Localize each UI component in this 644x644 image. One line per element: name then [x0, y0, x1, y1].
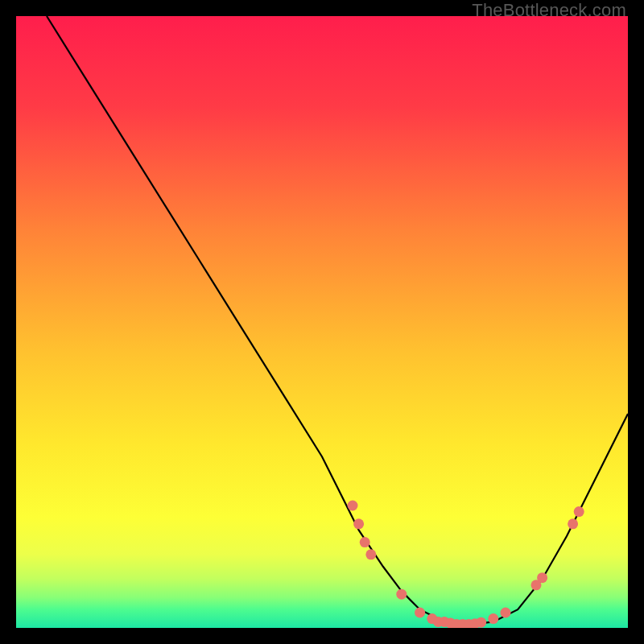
data-point [353, 518, 364, 529]
data-point [365, 549, 376, 559]
watermark-text: TheBottleneck.com [472, 0, 626, 21]
data-point [568, 518, 578, 529]
data-point [476, 617, 486, 628]
data-point [488, 613, 498, 624]
data-point [537, 572, 547, 583]
data-point [348, 501, 358, 511]
data-point [396, 589, 407, 600]
chart-frame [16, 16, 628, 628]
data-point [415, 608, 425, 618]
data-point [360, 537, 370, 547]
chart-svg [16, 16, 628, 628]
data-point [574, 506, 584, 517]
data-point [501, 608, 511, 618]
gradient-background [16, 16, 628, 628]
